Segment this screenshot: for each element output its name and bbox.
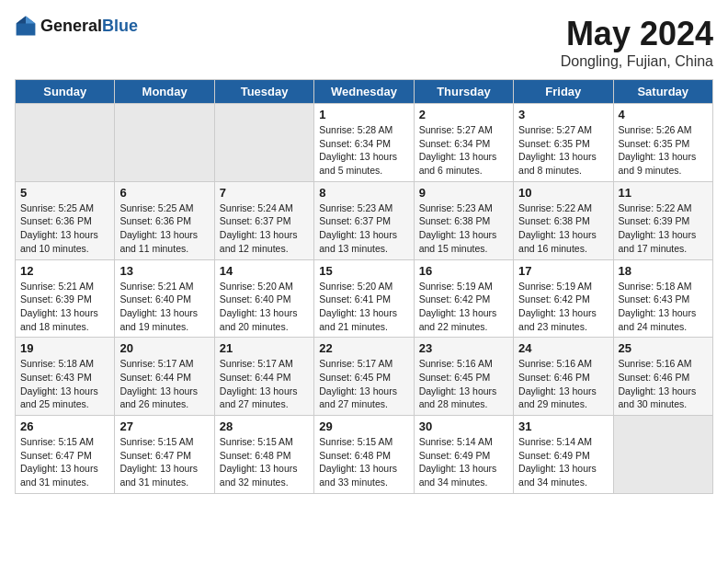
- day-info: Sunrise: 5:25 AMSunset: 6:36 PMDaylight:…: [119, 201, 209, 256]
- table-row: 7Sunrise: 5:24 AMSunset: 6:37 PMDaylight…: [214, 181, 313, 259]
- table-row: 31Sunrise: 5:14 AMSunset: 6:49 PMDayligh…: [514, 416, 613, 494]
- day-info: Sunrise: 5:16 AMSunset: 6:46 PMDaylight:…: [518, 357, 608, 411]
- day-number: 27: [119, 419, 209, 433]
- header-sunday: Sunday: [16, 80, 115, 104]
- title-area: May 2024 Dongling, Fujian, China: [561, 15, 713, 70]
- day-info: Sunrise: 5:23 AMSunset: 6:38 PMDaylight:…: [419, 201, 508, 256]
- day-number: 12: [20, 264, 109, 278]
- header-saturday: Saturday: [613, 80, 712, 104]
- day-number: 8: [319, 186, 408, 200]
- table-row: 4Sunrise: 5:26 AMSunset: 6:35 PMDaylight…: [613, 104, 712, 182]
- table-row: 5Sunrise: 5:25 AMSunset: 6:36 PMDaylight…: [16, 181, 115, 259]
- day-info: Sunrise: 5:14 AMSunset: 6:49 PMDaylight:…: [518, 435, 608, 489]
- header-friday: Friday: [514, 80, 613, 104]
- logo: GeneralBlue: [15, 15, 138, 37]
- day-info: Sunrise: 5:28 AMSunset: 6:34 PMDaylight:…: [319, 123, 408, 178]
- day-info: Sunrise: 5:17 AMSunset: 6:45 PMDaylight:…: [319, 357, 408, 411]
- calendar-week-row: 5Sunrise: 5:25 AMSunset: 6:36 PMDaylight…: [16, 181, 713, 259]
- table-row: 6Sunrise: 5:25 AMSunset: 6:36 PMDaylight…: [115, 181, 214, 259]
- day-info: Sunrise: 5:21 AMSunset: 6:40 PMDaylight:…: [119, 280, 209, 334]
- table-row: 25Sunrise: 5:16 AMSunset: 6:46 PMDayligh…: [613, 338, 712, 416]
- logo-icon: [15, 15, 37, 37]
- svg-marker-2: [17, 17, 26, 24]
- logo-text: GeneralBlue: [40, 17, 138, 36]
- day-number: 24: [518, 341, 608, 355]
- table-row: 26Sunrise: 5:15 AMSunset: 6:47 PMDayligh…: [16, 416, 115, 494]
- day-number: 10: [518, 186, 608, 200]
- day-number: 6: [119, 186, 209, 200]
- day-info: Sunrise: 5:20 AMSunset: 6:40 PMDaylight:…: [220, 280, 309, 334]
- calendar-week-row: 1Sunrise: 5:28 AMSunset: 6:34 PMDaylight…: [16, 104, 713, 182]
- day-number: 29: [319, 419, 408, 433]
- day-number: 5: [20, 186, 109, 200]
- day-info: Sunrise: 5:18 AMSunset: 6:43 PMDaylight:…: [619, 280, 708, 334]
- day-number: 19: [20, 341, 109, 355]
- day-info: Sunrise: 5:24 AMSunset: 6:37 PMDaylight:…: [220, 201, 309, 256]
- calendar-table: Sunday Monday Tuesday Wednesday Thursday…: [15, 79, 713, 494]
- day-number: 22: [319, 341, 408, 355]
- table-row: 23Sunrise: 5:16 AMSunset: 6:45 PMDayligh…: [414, 338, 513, 416]
- day-info: Sunrise: 5:14 AMSunset: 6:49 PMDaylight:…: [419, 435, 508, 489]
- day-info: Sunrise: 5:15 AMSunset: 6:48 PMDaylight:…: [220, 435, 309, 489]
- day-info: Sunrise: 5:15 AMSunset: 6:47 PMDaylight:…: [119, 435, 209, 489]
- table-row: 21Sunrise: 5:17 AMSunset: 6:44 PMDayligh…: [214, 338, 313, 416]
- day-number: 26: [20, 419, 109, 433]
- day-info: Sunrise: 5:19 AMSunset: 6:42 PMDaylight:…: [518, 280, 608, 334]
- header: GeneralBlue May 2024 Dongling, Fujian, C…: [15, 15, 713, 70]
- day-info: Sunrise: 5:25 AMSunset: 6:36 PMDaylight:…: [20, 201, 109, 256]
- table-row: 10Sunrise: 5:22 AMSunset: 6:38 PMDayligh…: [514, 181, 613, 259]
- day-number: 9: [419, 186, 508, 200]
- table-row: 2Sunrise: 5:27 AMSunset: 6:34 PMDaylight…: [414, 104, 513, 182]
- table-row: [115, 104, 214, 182]
- day-number: 23: [419, 341, 508, 355]
- table-row: 27Sunrise: 5:15 AMSunset: 6:47 PMDayligh…: [115, 416, 214, 494]
- day-number: 7: [220, 186, 309, 200]
- day-info: Sunrise: 5:26 AMSunset: 6:35 PMDaylight:…: [619, 123, 708, 178]
- day-number: 15: [319, 264, 408, 278]
- table-row: 12Sunrise: 5:21 AMSunset: 6:39 PMDayligh…: [16, 259, 115, 338]
- day-number: 17: [518, 264, 608, 278]
- day-info: Sunrise: 5:23 AMSunset: 6:37 PMDaylight:…: [319, 201, 408, 256]
- day-info: Sunrise: 5:16 AMSunset: 6:46 PMDaylight:…: [619, 357, 708, 411]
- day-info: Sunrise: 5:17 AMSunset: 6:44 PMDaylight:…: [119, 357, 209, 411]
- day-info: Sunrise: 5:27 AMSunset: 6:35 PMDaylight:…: [518, 123, 608, 178]
- calendar-body: 1Sunrise: 5:28 AMSunset: 6:34 PMDaylight…: [16, 104, 713, 494]
- header-thursday: Thursday: [414, 80, 513, 104]
- day-number: 20: [119, 341, 209, 355]
- day-number: 16: [419, 264, 508, 278]
- table-row: 30Sunrise: 5:14 AMSunset: 6:49 PMDayligh…: [414, 416, 513, 494]
- day-number: 14: [220, 264, 309, 278]
- day-info: Sunrise: 5:20 AMSunset: 6:41 PMDaylight:…: [319, 280, 408, 334]
- header-monday: Monday: [115, 80, 214, 104]
- day-number: 2: [419, 108, 508, 121]
- table-row: 14Sunrise: 5:20 AMSunset: 6:40 PMDayligh…: [214, 259, 313, 338]
- table-row: 18Sunrise: 5:18 AMSunset: 6:43 PMDayligh…: [613, 259, 712, 338]
- location-subtitle: Dongling, Fujian, China: [561, 53, 713, 70]
- day-info: Sunrise: 5:21 AMSunset: 6:39 PMDaylight:…: [20, 280, 109, 334]
- day-info: Sunrise: 5:18 AMSunset: 6:43 PMDaylight:…: [20, 357, 109, 411]
- table-row: 19Sunrise: 5:18 AMSunset: 6:43 PMDayligh…: [16, 338, 115, 416]
- calendar-week-row: 12Sunrise: 5:21 AMSunset: 6:39 PMDayligh…: [16, 259, 713, 338]
- table-row: 1Sunrise: 5:28 AMSunset: 6:34 PMDaylight…: [314, 104, 414, 182]
- day-number: 4: [619, 108, 708, 121]
- days-header-row: Sunday Monday Tuesday Wednesday Thursday…: [16, 80, 713, 104]
- table-row: 29Sunrise: 5:15 AMSunset: 6:48 PMDayligh…: [314, 416, 414, 494]
- day-number: 28: [220, 419, 309, 433]
- day-info: Sunrise: 5:15 AMSunset: 6:47 PMDaylight:…: [20, 435, 109, 489]
- header-tuesday: Tuesday: [214, 80, 313, 104]
- day-info: Sunrise: 5:16 AMSunset: 6:45 PMDaylight:…: [419, 357, 508, 411]
- table-row: 16Sunrise: 5:19 AMSunset: 6:42 PMDayligh…: [414, 259, 513, 338]
- table-row: 11Sunrise: 5:22 AMSunset: 6:39 PMDayligh…: [613, 181, 712, 259]
- table-row: 24Sunrise: 5:16 AMSunset: 6:46 PMDayligh…: [514, 338, 613, 416]
- day-number: 11: [619, 186, 708, 200]
- table-row: [214, 104, 313, 182]
- table-row: 13Sunrise: 5:21 AMSunset: 6:40 PMDayligh…: [115, 259, 214, 338]
- table-row: 22Sunrise: 5:17 AMSunset: 6:45 PMDayligh…: [314, 338, 414, 416]
- logo-general: General: [40, 17, 102, 35]
- logo-blue: Blue: [102, 17, 138, 35]
- table-row: 9Sunrise: 5:23 AMSunset: 6:38 PMDaylight…: [414, 181, 513, 259]
- day-info: Sunrise: 5:17 AMSunset: 6:44 PMDaylight:…: [220, 357, 309, 411]
- table-row: 17Sunrise: 5:19 AMSunset: 6:42 PMDayligh…: [514, 259, 613, 338]
- table-row: 8Sunrise: 5:23 AMSunset: 6:37 PMDaylight…: [314, 181, 414, 259]
- header-wednesday: Wednesday: [314, 80, 414, 104]
